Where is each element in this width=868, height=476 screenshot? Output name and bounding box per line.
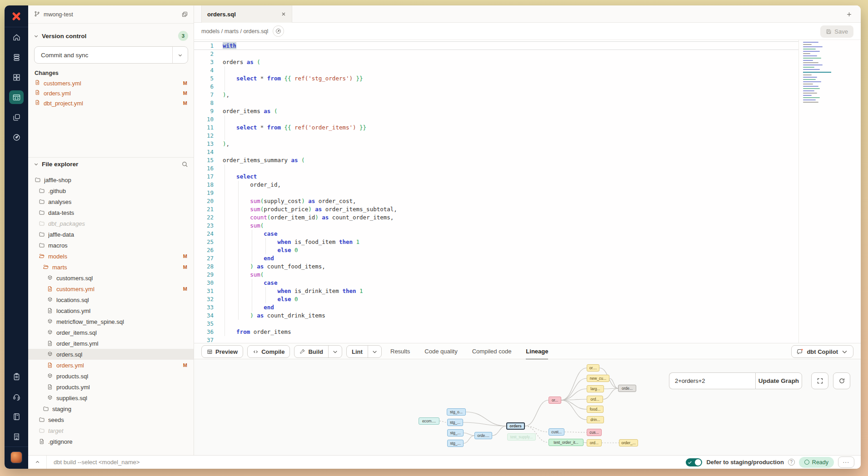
home-icon[interactable] [5, 27, 28, 47]
file-tree-item-seeds[interactable]: seeds [28, 414, 194, 425]
help-icon[interactable]: ? [788, 459, 795, 466]
lineage-panel[interactable]: ecom....stg_o...stg_...stg_...stg_...ord… [194, 359, 861, 455]
file-tree-item-macros[interactable]: macros [28, 240, 194, 251]
lineage-node-stg_[interactable]: stg_... [447, 419, 463, 426]
file-tree-item-models[interactable]: modelsM [28, 251, 194, 262]
line-number: 2 [194, 50, 214, 58]
commit-and-sync-button[interactable]: Commit and sync [34, 46, 188, 64]
compile-button[interactable]: Compile [247, 345, 290, 358]
lineage-node-or[interactable]: or... [549, 397, 561, 404]
copy-branch-icon[interactable] [181, 11, 188, 18]
search-icon[interactable] [181, 161, 188, 168]
file-tree-item-metricflow_time_spine.sql[interactable]: metricflow_time_spine.sql [28, 316, 194, 327]
file-tree-item-.gitignore[interactable]: .gitignore [28, 436, 194, 447]
lineage-node-ord[interactable]: ord... [587, 396, 603, 403]
clipboard-icon[interactable] [5, 367, 28, 387]
file-tree-item-analyses[interactable]: analyses [28, 196, 194, 207]
code-editor[interactable]: 1with23orders as (45 select * from {{ re… [194, 40, 861, 343]
headset-support-icon[interactable] [5, 387, 28, 407]
result-tab-code-quality[interactable]: Code quality [424, 343, 457, 360]
close-tab-icon[interactable] [281, 11, 286, 17]
file-tree-item-dbt_packages[interactable]: dbt_packages [28, 218, 194, 229]
file-tree-item-target[interactable]: target [28, 425, 194, 436]
tab-orders-sql[interactable]: orders.sql [201, 5, 292, 23]
file-tree-item-locations.sql[interactable]: locations.sql [28, 294, 194, 305]
lint-button[interactable]: Lint [346, 345, 382, 358]
status-ready-badge[interactable]: Ready [799, 457, 834, 468]
lineage-node-orders[interactable]: orders [506, 422, 525, 430]
build-button[interactable]: Build [294, 345, 342, 358]
command-input[interactable] [47, 459, 686, 466]
file-tree-item-staging[interactable]: staging [28, 403, 194, 414]
changed-file-customers.yml[interactable]: customers.yml M [28, 78, 194, 88]
docs-book-icon[interactable] [5, 407, 28, 426]
changed-file-orders.yml[interactable]: orders.yml M [28, 88, 194, 98]
lineage-node-larg[interactable]: larg... [587, 385, 604, 392]
line-number: 35 [194, 320, 214, 328]
develop-code-icon[interactable] [5, 87, 28, 107]
file-tree-item-data-tests[interactable]: data-tests [28, 207, 194, 218]
file-tree-item-order_items.sql[interactable]: order_items.sql [28, 327, 194, 338]
duplicate-windows-icon[interactable] [5, 107, 28, 127]
defer-toggle[interactable] [686, 458, 702, 466]
lineage-node-new_cu[interactable]: new_cu... [587, 375, 609, 382]
more-options-button[interactable]: ... [838, 456, 854, 468]
save-icon [826, 29, 832, 35]
lineage-node-test_supply[interactable]: test_supply... [507, 433, 536, 441]
user-avatar[interactable] [10, 451, 22, 463]
lineage-node-food[interactable]: food... [587, 406, 604, 413]
chevron-down-icon[interactable] [34, 34, 39, 39]
lineage-node-order_[interactable]: order_... [619, 439, 638, 446]
chevron-down-icon[interactable] [34, 162, 39, 167]
lineage-node-orde[interactable]: orde.... [474, 432, 492, 439]
result-tab-results[interactable]: Results [390, 343, 410, 360]
lineage-node-or[interactable]: or.... [587, 364, 599, 372]
file-tree-item-jaffle-data[interactable]: jaffle-data [28, 229, 194, 240]
result-tab-compiled-code[interactable]: Compiled code [472, 343, 512, 360]
refresh-graph-button[interactable] [833, 372, 850, 389]
lineage-node-drin[interactable]: drin... [587, 416, 604, 423]
file-tree-item-orders.yml[interactable]: orders.ymlM [28, 360, 194, 371]
file-tree-item-customers.sql[interactable]: customers.sql [28, 273, 194, 283]
changed-file-dbt_project.yml[interactable]: dbt_project.yml M [28, 98, 194, 108]
lineage-node-stg_[interactable]: stg_... [447, 429, 464, 436]
lineage-node-cus[interactable]: cus... [587, 429, 602, 436]
fullscreen-graph-button[interactable] [811, 372, 828, 389]
preview-button[interactable]: Preview [201, 345, 243, 358]
collapse-command-bar-button[interactable] [28, 456, 47, 469]
build-options-chevron-icon[interactable] [328, 346, 342, 357]
file-tree-item-customers.yml[interactable]: customers.ymlM [28, 283, 194, 294]
commit-options-chevron-icon[interactable] [172, 47, 188, 63]
file-tree-item-locations.yml[interactable]: locations.yml [28, 305, 194, 316]
file-tree-item-products.sql[interactable]: products.sql [28, 371, 194, 382]
file-tree-item-order_items.yml[interactable]: order_items.yml [28, 338, 194, 349]
lineage-node-stg_o[interactable]: stg_o... [447, 408, 466, 416]
file-tree-item-products.yml[interactable]: products.yml [28, 382, 194, 392]
save-button[interactable]: Save [820, 25, 853, 38]
file-tree-item-.github[interactable]: .github [28, 185, 194, 196]
new-tab-button[interactable] [843, 9, 854, 20]
apps-grid-icon[interactable] [5, 67, 28, 87]
dbt-copilot-button[interactable]: dbt Copilot [791, 345, 853, 358]
chevron-down-icon [841, 348, 848, 355]
lineage-node-test_order_it[interactable]: test_order_it... [549, 439, 584, 446]
editor-minimap[interactable] [803, 42, 831, 104]
orbit-compass-icon[interactable] [5, 127, 28, 147]
update-graph-button[interactable]: Update Graph [755, 372, 802, 389]
lineage-node-orde[interactable]: orde... [618, 385, 636, 392]
file-tree-item-jaffle-shop[interactable]: jaffle-shop [28, 174, 194, 185]
lint-options-chevron-icon[interactable] [368, 346, 381, 357]
file-tree-item-supplies.sql[interactable]: supplies.sql [28, 392, 194, 403]
file-tree-item-orders.sql[interactable]: orders.sql [28, 349, 194, 360]
dbt-logo-icon[interactable] [5, 5, 28, 27]
result-tab-lineage[interactable]: Lineage [526, 343, 548, 360]
lineage-node-stg_[interactable]: stg_... [447, 440, 464, 447]
lineage-node-ecom[interactable]: ecom.... [419, 417, 439, 425]
file-tree-item-marts[interactable]: martsM [28, 262, 194, 273]
lineage-node-cust[interactable]: cust... [549, 428, 564, 436]
copy-path-icon[interactable] [273, 25, 284, 37]
lineage-node-ord[interactable]: ord... [587, 439, 602, 446]
lineage-selector-input[interactable] [669, 372, 755, 389]
deploy-stack-icon[interactable] [5, 47, 28, 67]
building-icon[interactable] [5, 426, 28, 446]
